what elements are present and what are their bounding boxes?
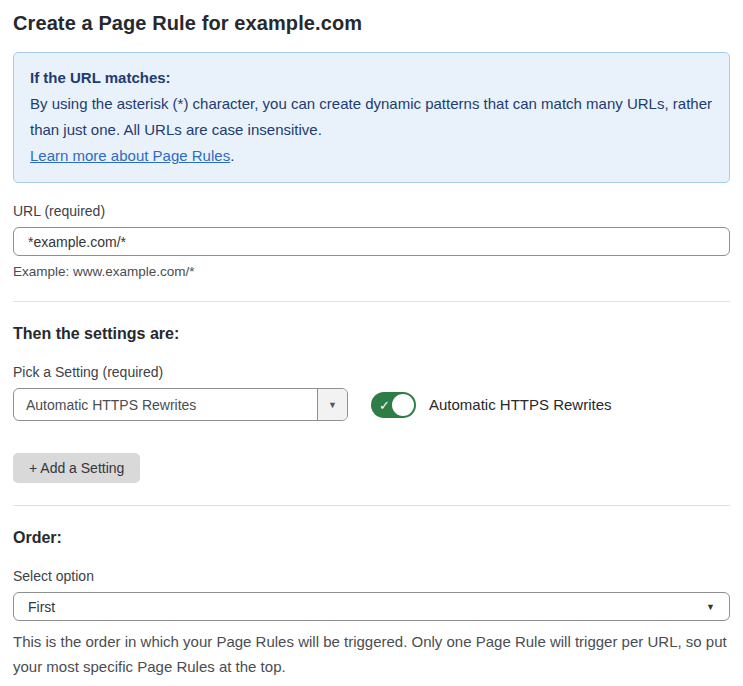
page-title: Create a Page Rule for example.com [13, 12, 730, 35]
setting-select-arrow-button[interactable]: ▼ [317, 389, 347, 420]
link-suffix: . [230, 147, 234, 164]
pick-setting-label: Pick a Setting (required) [13, 364, 730, 380]
setting-row: Automatic HTTPS Rewrites ▼ ✓ Automatic H… [13, 388, 730, 421]
divider [13, 301, 730, 302]
caret-down-icon: ▼ [706, 602, 715, 612]
setting-select-value: Automatic HTTPS Rewrites [14, 389, 317, 420]
url-field-helper: Example: www.example.com/* [13, 264, 730, 279]
add-setting-button[interactable]: + Add a Setting [13, 453, 140, 483]
url-field-label: URL (required) [13, 203, 730, 219]
url-input[interactable] [13, 227, 730, 256]
toggle-knob [392, 394, 414, 416]
create-page-rule-panel: Create a Page Rule for example.com If th… [0, 0, 743, 686]
order-helper-text: This is the order in which your Page Rul… [13, 629, 730, 679]
divider [13, 505, 730, 506]
order-select-label: Select option [13, 568, 730, 584]
check-icon: ✓ [379, 398, 390, 411]
setting-select[interactable]: Automatic HTTPS Rewrites ▼ [13, 388, 348, 421]
order-select-value: First [28, 599, 55, 615]
info-box-link-line: Learn more about Page Rules. [30, 143, 713, 169]
setting-toggle-label: Automatic HTTPS Rewrites [429, 396, 612, 413]
info-box-body: By using the asterisk (*) character, you… [30, 91, 713, 143]
info-box-heading: If the URL matches: [30, 65, 713, 91]
learn-more-link[interactable]: Learn more about Page Rules [30, 147, 230, 164]
order-section-heading: Order: [13, 529, 730, 547]
settings-section-heading: Then the settings are: [13, 325, 730, 343]
caret-down-icon: ▼ [328, 400, 337, 410]
setting-toggle-on[interactable]: ✓ [371, 392, 416, 418]
url-matches-info-box: If the URL matches: By using the asteris… [13, 52, 730, 183]
order-select[interactable]: First ▼ [13, 592, 730, 621]
